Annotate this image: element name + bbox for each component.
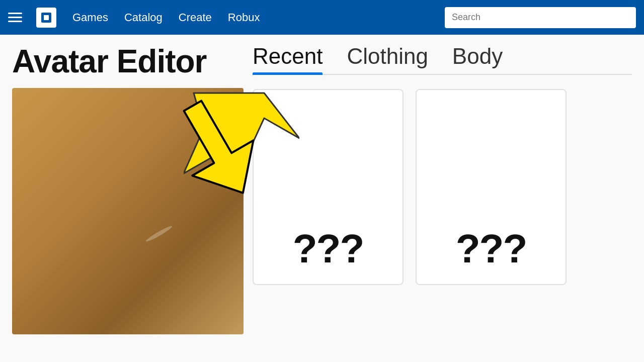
nav-link-create[interactable]: Create <box>179 11 212 24</box>
roblox-logo[interactable] <box>36 8 56 28</box>
tab-recent[interactable]: Recent <box>253 44 323 74</box>
item-card-placeholder: ??? <box>456 226 527 272</box>
left-panel: Avatar Editor <box>0 35 247 362</box>
svg-rect-2 <box>44 15 49 20</box>
navbar: Games Catalog Create Robux <box>0 0 644 35</box>
tabs-bar: Recent Clothing Body <box>253 44 632 75</box>
item-card[interactable]: ??? <box>416 89 567 285</box>
item-card[interactable]: ??? <box>253 89 404 285</box>
nav-link-robux[interactable]: Robux <box>228 11 260 24</box>
page-content: Avatar Editor Recent Clothing Body ??? ?… <box>0 35 644 362</box>
right-panel: Recent Clothing Body ??? ??? <box>247 35 644 362</box>
hamburger-menu-button[interactable] <box>8 13 22 22</box>
nav-link-catalog[interactable]: Catalog <box>124 11 163 24</box>
nav-link-games[interactable]: Games <box>72 11 108 24</box>
page-title: Avatar Editor <box>12 44 234 79</box>
tab-body[interactable]: Body <box>452 44 503 74</box>
tab-clothing[interactable]: Clothing <box>347 44 428 74</box>
avatar-preview <box>12 88 244 334</box>
items-grid: ??? ??? <box>253 89 632 285</box>
search-input[interactable] <box>445 7 636 28</box>
nav-links: Games Catalog Create Robux <box>72 11 433 24</box>
item-card-placeholder: ??? <box>293 226 364 272</box>
